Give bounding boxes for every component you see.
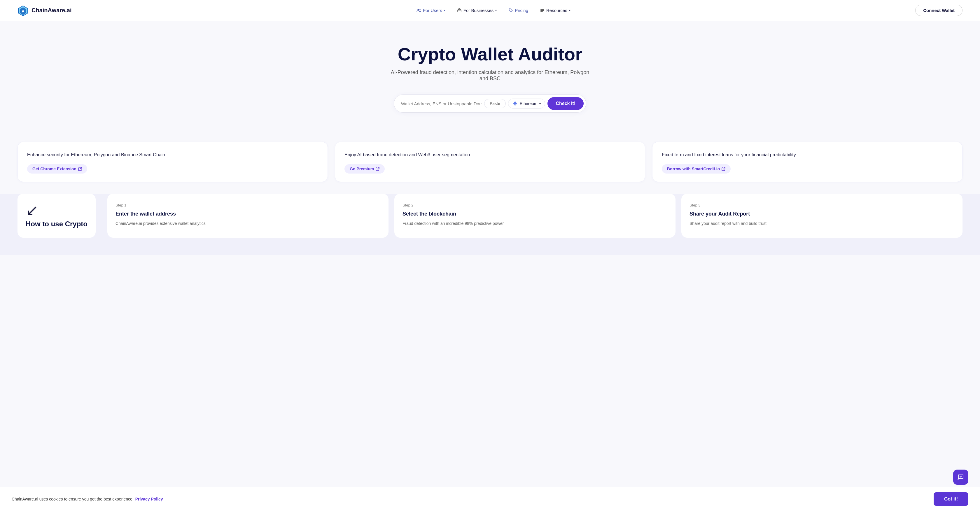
how-left-card: ↙ How to use Crypto bbox=[18, 194, 95, 238]
external-link-icon-sc bbox=[722, 167, 725, 171]
navbar: A ChainAware.ai For Users ▾ For Business… bbox=[0, 0, 980, 21]
step-3-title: Share your Audit Report bbox=[689, 211, 955, 217]
how-arrow-icon: ↙ bbox=[25, 203, 88, 218]
chat-icon bbox=[957, 474, 964, 481]
hero-section: Crypto Wallet Auditor AI-Powered fraud d… bbox=[0, 21, 980, 130]
nav-item-resources-label: Resources bbox=[546, 8, 567, 13]
how-section-title: How to use Crypto bbox=[25, 219, 88, 228]
hero-title: Crypto Wallet Auditor bbox=[398, 45, 582, 64]
menu-icon bbox=[540, 8, 544, 13]
step-1-desc: ChainAware.ai provides extensive wallet … bbox=[116, 221, 380, 227]
cookie-message: ChainAware.ai uses cookies to ensure you… bbox=[12, 497, 134, 501]
search-input[interactable] bbox=[401, 101, 482, 106]
svg-point-8 bbox=[509, 10, 510, 10]
external-link-icon bbox=[78, 167, 82, 171]
chat-button[interactable] bbox=[953, 470, 968, 485]
step-1-label: Step 1 bbox=[116, 203, 380, 207]
connect-wallet-button[interactable]: Connect Wallet bbox=[915, 5, 963, 16]
svg-rect-10 bbox=[541, 10, 544, 11]
chrome-extension-link[interactable]: Get Chrome Extension bbox=[27, 164, 87, 174]
briefcase-icon bbox=[457, 8, 462, 13]
borrow-smartcredit-link[interactable]: Borrow with SmartCredit.io bbox=[662, 164, 731, 174]
step-1-card: Step 1 Enter the wallet address ChainAwa… bbox=[107, 194, 388, 238]
logo-icon: A bbox=[18, 5, 29, 16]
feature-section: Enhance security for Ethereum, Polygon a… bbox=[0, 130, 980, 194]
network-selector[interactable]: Ethereum ▾ bbox=[508, 99, 546, 108]
chrome-extension-link-label: Get Chrome Extension bbox=[32, 167, 76, 171]
got-it-button[interactable]: Got it! bbox=[934, 492, 968, 506]
feature-card-smartcredit: Fixed term and fixed interest loans for … bbox=[652, 142, 963, 182]
privacy-policy-link[interactable]: Privacy Policy bbox=[135, 497, 163, 501]
cookie-banner: ChainAware.ai uses cookies to ensure you… bbox=[0, 487, 980, 511]
external-link-icon-premium bbox=[375, 167, 379, 171]
hero-subtitle: AI-Powered fraud detection, intention ca… bbox=[388, 69, 592, 82]
feature-card-chrome-text: Enhance security for Ethereum, Polygon a… bbox=[27, 151, 318, 158]
svg-text:A: A bbox=[22, 9, 24, 13]
nav-item-pricing-label: Pricing bbox=[515, 8, 528, 13]
ethereum-icon bbox=[512, 101, 518, 106]
go-premium-link-label: Go Premium bbox=[350, 167, 374, 171]
step-3-card: Step 3 Share your Audit Report Share you… bbox=[681, 194, 963, 238]
step-2-label: Step 2 bbox=[402, 203, 667, 207]
feature-card-premium-text: Enjoy AI based fraud detection and Web3 … bbox=[344, 151, 636, 158]
nav-item-resources[interactable]: Resources ▾ bbox=[540, 8, 571, 13]
step-1-title: Enter the wallet address bbox=[116, 211, 380, 217]
svg-rect-11 bbox=[541, 11, 543, 12]
feature-card-premium: Enjoy AI based fraud detection and Web3 … bbox=[335, 142, 645, 182]
paste-button[interactable]: Paste bbox=[484, 99, 506, 108]
nav-item-for-users[interactable]: For Users ▾ bbox=[417, 8, 445, 13]
feature-card-smartcredit-text: Fixed term and fixed interest loans for … bbox=[662, 151, 953, 158]
chevron-down-icon: ▾ bbox=[444, 9, 445, 12]
nav-item-for-users-label: For Users bbox=[423, 8, 442, 13]
svg-point-5 bbox=[419, 9, 421, 10]
step-2-title: Select the blockchain bbox=[402, 211, 667, 217]
cookie-text: ChainAware.ai uses cookies to ensure you… bbox=[12, 497, 163, 501]
how-to-section: ↙ How to use Crypto Step 1 Enter the wal… bbox=[0, 194, 980, 255]
nav-links: For Users ▾ For Businesses ▾ Pricing bbox=[417, 8, 571, 13]
logo-text: ChainAware.ai bbox=[32, 7, 72, 14]
chevron-down-icon-biz: ▾ bbox=[495, 9, 497, 12]
logo[interactable]: A ChainAware.ai bbox=[18, 5, 72, 16]
search-bar: Paste Ethereum ▾ Check It! bbox=[394, 94, 586, 113]
check-button[interactable]: Check It! bbox=[547, 97, 584, 110]
steps-container: Step 1 Enter the wallet address ChainAwa… bbox=[107, 194, 963, 238]
users-icon bbox=[417, 8, 421, 13]
step-3-desc: Share your audit report with and build t… bbox=[689, 221, 955, 227]
chevron-down-icon-network: ▾ bbox=[539, 102, 541, 105]
step-2-card: Step 2 Select the blockchain Fraud detec… bbox=[395, 194, 676, 238]
go-premium-link[interactable]: Go Premium bbox=[344, 164, 385, 174]
tag-icon bbox=[508, 8, 513, 13]
svg-point-4 bbox=[417, 9, 419, 10]
borrow-smartcredit-link-label: Borrow with SmartCredit.io bbox=[667, 167, 720, 171]
nav-item-pricing[interactable]: Pricing bbox=[508, 8, 528, 13]
step-2-desc: Fraud detection with an incredible 98% p… bbox=[402, 221, 667, 227]
nav-item-for-businesses[interactable]: For Businesses ▾ bbox=[457, 8, 497, 13]
nav-item-for-businesses-label: For Businesses bbox=[463, 8, 493, 13]
feature-card-chrome: Enhance security for Ethereum, Polygon a… bbox=[18, 142, 328, 182]
chevron-down-icon-res: ▾ bbox=[569, 9, 571, 12]
svg-rect-9 bbox=[541, 9, 544, 10]
network-label: Ethereum bbox=[520, 101, 538, 106]
step-3-label: Step 3 bbox=[689, 203, 955, 207]
